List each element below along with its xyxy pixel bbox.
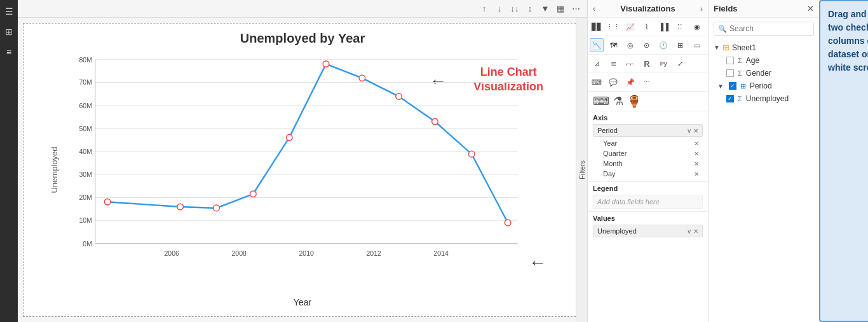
sort-both-icon[interactable]: ↕	[524, 3, 536, 15]
table-icon[interactable]: ▦	[554, 3, 567, 15]
viz-icon-donut[interactable]: ◎	[623, 38, 637, 52]
viz-control-kbd[interactable]: ⌨	[593, 94, 609, 108]
viz-icon-pin[interactable]: 📌	[623, 75, 637, 89]
viz-icon-matrix[interactable]: ⊞	[673, 38, 687, 52]
search-input[interactable]	[729, 24, 825, 33]
svg-point-27	[214, 205, 220, 211]
gender-label: Gender	[746, 69, 771, 78]
month-remove-icon[interactable]: ✕	[694, 160, 699, 167]
viz-control-analytics[interactable]: 🏺	[627, 94, 641, 108]
axis-section: Axis Period ∨ ✕ Year ✕ Quarter ✕ Month ✕…	[588, 111, 708, 182]
viz-icon-py[interactable]: Py	[656, 57, 670, 71]
unemployed-checkbox[interactable]	[726, 95, 734, 102]
month-label: Month	[603, 160, 623, 167]
sheet-chevron-icon: ▼	[714, 44, 720, 51]
values-section: Values Unemployed ∨ ✕	[588, 212, 708, 241]
viz-icon-funnel[interactable]: ⊿	[590, 57, 604, 71]
filters-panel[interactable]: Filters	[576, 18, 587, 322]
svg-text:2008: 2008	[231, 249, 247, 257]
viz-icon-waterfall[interactable]: ⌐⌐	[623, 57, 637, 71]
svg-text:80M: 80M	[79, 56, 92, 64]
fields-header: Fields ✕	[709, 0, 819, 18]
viz-nav-right[interactable]: ›	[700, 4, 703, 13]
viz-panel-title: Visualizations	[620, 4, 675, 13]
field-item-gender: Σ Gender	[714, 67, 814, 80]
viz-icon-custom[interactable]: ⤢	[673, 57, 687, 71]
values-unemployed-field[interactable]: Unemployed ∨ ✕	[593, 225, 703, 237]
svg-text:60M: 60M	[79, 102, 92, 109]
viz-icon-key[interactable]: ⌨	[590, 75, 604, 89]
values-expand-icon[interactable]: ∨	[687, 228, 691, 235]
viz-icon-more2[interactable]: ⋯	[640, 75, 654, 89]
svg-text:2012: 2012	[366, 249, 381, 257]
gender-type-icon: Σ	[738, 69, 742, 77]
viz-icon-col[interactable]: ▐▐	[656, 20, 670, 34]
axis-quarter-field: Quarter ✕	[593, 148, 703, 158]
age-checkbox[interactable]	[726, 57, 734, 64]
field-item-period: ▼ ⊞ Period	[714, 80, 814, 92]
filter-icon[interactable]: ▼	[539, 3, 552, 15]
viz-nav-left[interactable]: ‹	[593, 4, 595, 13]
values-label: Values	[593, 214, 703, 222]
viz-icon-qa[interactable]: 💬	[606, 75, 620, 89]
viz-icon-line-active[interactable]: 📉	[590, 38, 604, 52]
sidebar-icon-menu[interactable]: ☰	[3, 5, 15, 18]
viz-icon-card[interactable]: ▭	[690, 38, 704, 52]
main-area: ↑ ↓ ↓↓ ↕ ▼ ▦ ⋯ Unemployed by Year Unempl…	[18, 0, 587, 322]
viz-icon-r[interactable]: R	[640, 57, 654, 71]
sheet-header[interactable]: ▼ ⊞ Sheet1	[714, 41, 814, 54]
viz-icon-grid-1: ▊▊ ⋮⋮ 📈 ⌇ ▐▐ ⁚⁚ ◉	[588, 18, 708, 36]
period-field-name: Period	[597, 127, 618, 134]
chart-title: Unemployed by Year	[24, 24, 581, 46]
viz-icon-map[interactable]: 🗺	[606, 38, 620, 52]
sidebar-icon-list[interactable]: ≡	[3, 46, 15, 59]
svg-text:2006: 2006	[164, 249, 179, 257]
year-remove-icon[interactable]: ✕	[694, 140, 699, 147]
viz-icon-line[interactable]: 📈	[623, 20, 637, 34]
svg-text:30M: 30M	[79, 171, 92, 178]
values-remove-icon[interactable]: ✕	[693, 228, 698, 235]
period-collapse-icon[interactable]: ▼	[717, 83, 724, 90]
quarter-remove-icon[interactable]: ✕	[694, 150, 699, 157]
field-item-age: Σ Age	[714, 54, 814, 67]
fields-close-icon[interactable]: ✕	[807, 4, 814, 13]
viz-icon-bar[interactable]: ▊▊	[590, 20, 604, 34]
instruction-box: Drag and Drop the two checkboxed columns…	[819, 0, 868, 322]
viz-icon-ribbon[interactable]: ≋	[606, 57, 620, 71]
gender-checkbox[interactable]	[726, 69, 734, 77]
viz-icon-scatter[interactable]: ⁚⁚	[673, 20, 687, 34]
sidebar-icon-grid[interactable]: ⊞	[3, 25, 15, 38]
period-expand-icon[interactable]: ∨	[687, 127, 691, 134]
fields-search[interactable]: 🔍	[714, 22, 814, 36]
svg-text:50M: 50M	[79, 125, 92, 132]
viz-control-filter[interactable]: ⚗	[613, 94, 623, 108]
viz-icon-grid-2: 📉 🗺 ◎ ⊙ 🕐 ⊞ ▭	[588, 36, 708, 55]
sort-asc-icon[interactable]: ↑	[478, 3, 491, 15]
sort-desc2-icon[interactable]: ↓↓	[508, 3, 521, 15]
period-remove-icon[interactable]: ✕	[693, 127, 698, 134]
period-checkbox[interactable]	[729, 82, 736, 90]
age-type-icon: Σ	[738, 57, 742, 64]
axis-month-field: Month ✕	[593, 158, 703, 169]
svg-text:40M: 40M	[79, 148, 92, 155]
axis-period-field[interactable]: Period ∨ ✕	[593, 124, 703, 137]
search-icon: 🔍	[718, 25, 727, 33]
chart-svg: 0M 10M 20M 30M 40M 50M 60M 70M 80M 2006 …	[58, 49, 560, 297]
left-sidebar: ☰ ⊞ ≡	[0, 0, 18, 322]
more-icon[interactable]: ⋯	[569, 3, 582, 15]
fields-title: Fields	[714, 4, 738, 13]
values-field-name: Unemployed	[597, 227, 637, 235]
age-label: Age	[746, 56, 759, 65]
viz-icon-gauge[interactable]: ⊙	[640, 38, 654, 52]
viz-icon-bar2[interactable]: ⋮⋮	[606, 20, 620, 34]
viz-icon-area[interactable]: ⌇	[640, 20, 654, 34]
sort-desc-icon[interactable]: ↓	[493, 3, 506, 15]
svg-point-32	[396, 94, 402, 100]
unemployed-label: Unemployed	[746, 94, 789, 103]
svg-point-29	[286, 134, 292, 141]
day-remove-icon[interactable]: ✕	[694, 171, 699, 178]
viz-controls-row: ⌨ ⚗ 🏺	[588, 92, 708, 111]
viz-icon-clock[interactable]: 🕐	[656, 38, 670, 52]
viz-icon-pie[interactable]: ◉	[690, 20, 704, 34]
period-label: Period	[750, 81, 772, 90]
